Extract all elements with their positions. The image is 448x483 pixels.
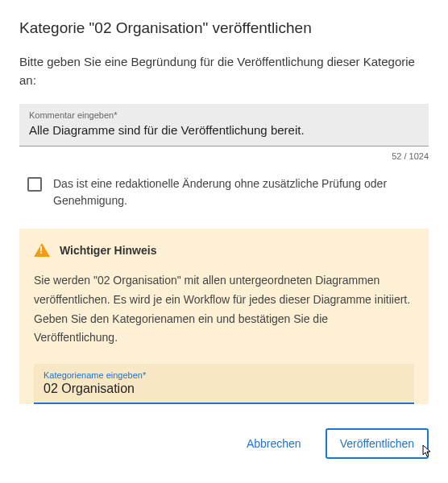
warning-header: Wichtiger Hinweis bbox=[34, 243, 414, 257]
category-field[interactable]: Kategoriename eingeben* bbox=[34, 364, 414, 404]
warning-title: Wichtiger Hinweis bbox=[60, 244, 156, 257]
cancel-button[interactable]: Abbrechen bbox=[234, 430, 314, 457]
publish-button[interactable]: Veröffentlichen bbox=[326, 428, 429, 459]
editorial-checkbox-label: Das ist eine redaktionelle Änderung ohne… bbox=[53, 175, 421, 209]
comment-char-count: 52 / 1024 bbox=[19, 151, 429, 161]
warning-box: Wichtiger Hinweis Sie werden "02 Organis… bbox=[19, 229, 429, 404]
publish-button-label: Veröffentlichen bbox=[340, 437, 414, 450]
dialog-title: Kategorie "02 Organisation" veröffentlic… bbox=[19, 19, 429, 37]
category-input[interactable] bbox=[44, 382, 404, 396]
cursor-icon bbox=[422, 444, 433, 462]
dialog-description: Bitte geben Sie eine Begründung für die … bbox=[19, 53, 429, 89]
comment-input[interactable] bbox=[29, 123, 419, 137]
comment-field[interactable]: Kommentar eingeben* bbox=[19, 104, 429, 147]
comment-label: Kommentar eingeben* bbox=[29, 110, 419, 120]
category-label: Kategoriename eingeben* bbox=[44, 370, 404, 380]
warning-icon bbox=[34, 243, 50, 257]
dialog-actions: Abbrechen Veröffentlichen bbox=[19, 428, 429, 459]
editorial-checkbox[interactable] bbox=[27, 177, 42, 192]
editorial-checkbox-row: Das ist eine redaktionelle Änderung ohne… bbox=[19, 175, 429, 209]
warning-text: Sie werden "02 Organisation" mit allen u… bbox=[34, 271, 414, 348]
